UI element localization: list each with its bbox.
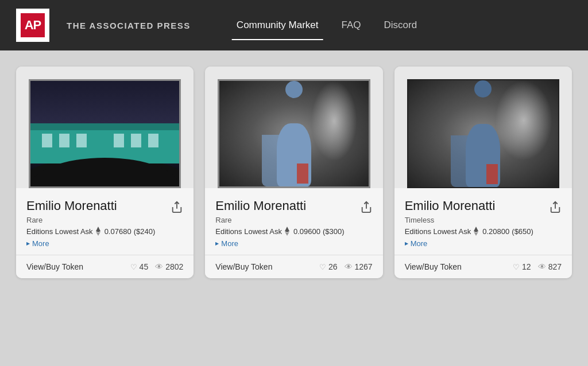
card-3-share-icon[interactable] [549, 201, 562, 213]
card-3-usd-value: ($650) [512, 227, 533, 236]
ap-logo: AP [16, 9, 49, 42]
card-3-editions-label: Editions Lowest Ask [405, 227, 471, 236]
card-3-footer: View/Buy Token ♡ 12 👁 827 [394, 255, 572, 278]
eye-icon-2: 👁 [345, 262, 353, 271]
card-3-rarity: Timeless [405, 216, 562, 224]
card-3-author: Emilio Morenatti [405, 198, 496, 213]
nav-discord[interactable]: Discord [373, 15, 429, 36]
card-2-view-count: 1267 [355, 262, 373, 271]
svg-marker-8 [474, 232, 478, 236]
card-3-views: 👁 827 [538, 262, 562, 271]
card-2-editions-label: Editions Lowest Ask [215, 227, 282, 236]
card-2-views: 👁 1267 [345, 262, 373, 271]
nav-faq[interactable]: FAQ [330, 15, 373, 36]
heart-icon-3: ♡ [513, 263, 520, 271]
card-2-image-wrapper [205, 67, 382, 188]
card-2-stats: ♡ 26 👁 1267 [319, 262, 373, 271]
card-2-author: Emilio Morenatti [215, 198, 306, 213]
card-2-like-count: 26 [328, 262, 338, 271]
card-2-footer: View/Buy Token ♡ 26 👁 1267 [205, 255, 382, 278]
card-2-eth-value: 0.09600 [293, 227, 320, 236]
card-3-image [407, 79, 559, 188]
smoke-effect [311, 81, 357, 161]
card-1-usd-value: ($240) [134, 227, 156, 236]
card-3-like-count: 12 [522, 262, 531, 271]
card-3-author-row: Emilio Morenatti [405, 198, 562, 213]
svg-marker-1 [96, 227, 100, 232]
ap-logo-text: AP [21, 13, 45, 37]
red-accent [297, 163, 308, 184]
card-2-more-button[interactable]: More [215, 239, 372, 248]
burqa-head [285, 81, 303, 98]
card-1: Emilio Morenatti Rare Editions Lowest As… [16, 67, 194, 278]
smoke-effect-3 [495, 80, 552, 161]
card-3: Emilio Morenatti Timeless Editions Lowes… [394, 67, 572, 278]
header: AP THE ASSOCIATED PRESS Community Market… [0, 0, 588, 50]
card-1-like-count: 45 [140, 262, 149, 271]
card-1-author-row: Emilio Morenatti [26, 198, 183, 213]
nav-community-market[interactable]: Community Market [225, 15, 330, 36]
card-1-eth-icon [95, 227, 101, 236]
card-3-eth-value: 0.20800 [482, 227, 509, 236]
card-2-price: Editions Lowest Ask 0.09600 ($300) [215, 227, 372, 236]
card-2-likes: ♡ 26 [319, 262, 338, 271]
card-1-stats: ♡ 45 👁 2802 [130, 262, 184, 271]
card-3-price: Editions Lowest Ask 0.20800 ($650) [405, 227, 562, 236]
red-accent-3 [486, 164, 498, 184]
svg-marker-5 [285, 232, 289, 236]
heart-icon: ♡ [130, 263, 137, 271]
brand-name: THE ASSOCIATED PRESS [67, 21, 191, 30]
card-2-view-buy-button[interactable]: View/Buy Token [215, 262, 272, 271]
svg-marker-2 [96, 232, 100, 236]
card-1-eth-value: 0.07680 [105, 227, 131, 236]
card-2-share-icon[interactable] [360, 201, 373, 213]
card-1-rarity: Rare [26, 216, 183, 224]
card-3-view-buy-button[interactable]: View/Buy Token [405, 262, 462, 271]
card-2-author-row: Emilio Morenatti [215, 198, 372, 213]
card-1-share-icon[interactable] [171, 201, 183, 213]
card-2: Emilio Morenatti Rare Editions Lowest As… [205, 67, 382, 278]
card-2-rarity: Rare [215, 216, 372, 224]
card-3-view-count: 827 [548, 262, 562, 271]
nav: Community Market FAQ Discord [225, 15, 428, 36]
svg-marker-4 [285, 227, 289, 232]
card-2-info: Emilio Morenatti Rare Editions Lowest As… [205, 188, 382, 255]
card-1-image [29, 79, 181, 188]
eye-icon-3: 👁 [538, 262, 546, 271]
card-2-eth-icon [284, 227, 290, 236]
card-1-views: 👁 2802 [155, 262, 183, 271]
eye-icon: 👁 [155, 262, 163, 271]
heart-icon-2: ♡ [319, 263, 326, 271]
card-1-price: Editions Lowest Ask 0.07680 ($240) [26, 227, 183, 236]
burqa-head-3 [474, 80, 492, 98]
card-1-image-wrapper [16, 67, 194, 188]
card-1-view-buy-button[interactable]: View/Buy Token [26, 262, 83, 271]
card-1-editions-label: Editions Lowest Ask [26, 227, 93, 236]
card-1-footer: View/Buy Token ♡ 45 👁 2802 [16, 255, 194, 278]
card-3-stats: ♡ 12 👁 827 [513, 262, 562, 271]
card-2-image [218, 79, 370, 188]
card-1-author: Emilio Morenatti [26, 198, 117, 213]
main-content: Emilio Morenatti Rare Editions Lowest As… [0, 50, 588, 366]
card-3-likes: ♡ 12 [513, 262, 531, 271]
card-1-info: Emilio Morenatti Rare Editions Lowest As… [16, 188, 194, 255]
svg-marker-7 [474, 227, 478, 232]
card-1-view-count: 2802 [165, 262, 183, 271]
card-3-info: Emilio Morenatti Timeless Editions Lowes… [394, 188, 572, 255]
card-1-more-button[interactable]: More [26, 239, 183, 248]
card-1-likes: ♡ 45 [130, 262, 149, 271]
card-3-eth-icon [473, 227, 479, 236]
card-3-more-button[interactable]: More [405, 239, 562, 248]
card-3-image-wrapper [394, 67, 572, 188]
card-2-usd-value: ($300) [323, 227, 345, 236]
